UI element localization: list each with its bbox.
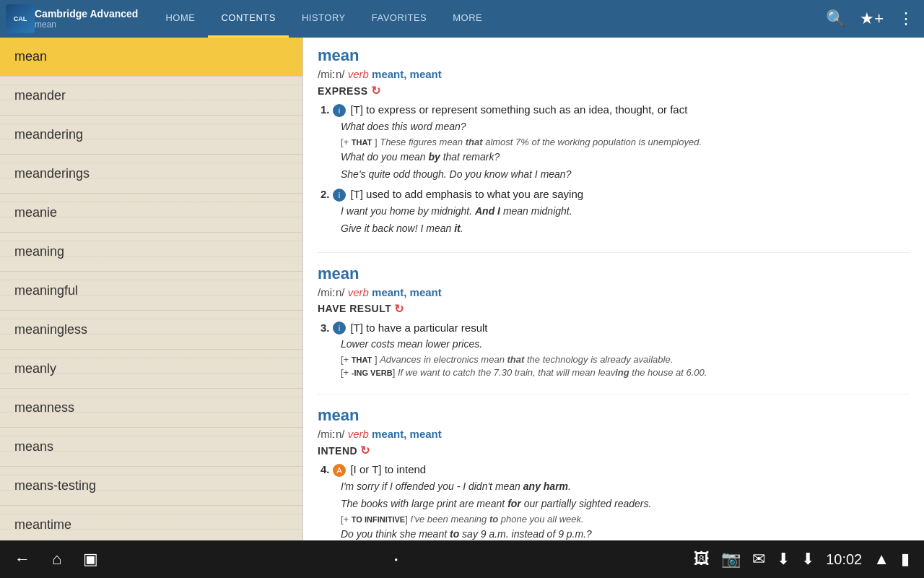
sidebar-item-mean[interactable]: mean	[0, 38, 302, 77]
headword-3: mean	[318, 406, 910, 425]
bottom-nav-left: ← ⌂ ▣	[14, 550, 98, 569]
sidebar-item-meaningful[interactable]: meaningful	[0, 272, 302, 311]
tab-home[interactable]: HOME	[152, 0, 208, 38]
example: I want you home by midnight. And I mean …	[341, 204, 910, 219]
tab-more[interactable]: MORE	[440, 0, 495, 38]
gallery-icon[interactable]: 🖼	[694, 550, 710, 569]
app-subtitle: mean	[35, 20, 138, 30]
definition-1-1: 1. i [T] to express or represent somethi…	[318, 103, 910, 182]
headword-2: mean	[318, 264, 910, 283]
photos-icon[interactable]: 📷	[721, 550, 741, 569]
tab-contents[interactable]: CONTENTS	[208, 0, 289, 38]
def-icon-4: A	[333, 464, 346, 477]
tab-history[interactable]: HISTORY	[289, 0, 359, 38]
entry-intend: mean /miːn/ verb meant, meant INTEND ↻ 4…	[318, 406, 910, 540]
dictionary-content: mean /miːn/ verb meant, meant EXPRESS ↻ …	[303, 38, 924, 540]
app-bar-actions: 🔍 ★+ ⋮	[821, 5, 918, 33]
sidebar-item-means-testing[interactable]: means-testing	[0, 467, 302, 506]
sidebar-item-means[interactable]: means	[0, 428, 302, 467]
sidebar-item-meaningless[interactable]: meaningless	[0, 311, 302, 350]
grammar-note-2: [+ THAT ] Advances in electronics mean t…	[341, 354, 910, 365]
sidebar-item-meanness[interactable]: meanness	[0, 389, 302, 428]
app-bar: CAL Cambridge Advanced mean HOME CONTENT…	[0, 0, 924, 38]
sidebar-item-meanly[interactable]: meanly	[0, 350, 302, 389]
back-button[interactable]: ←	[14, 550, 30, 569]
sidebar-item-meaning[interactable]: meaning	[0, 233, 302, 272]
nav-tabs: HOME CONTENTS HISTORY FAVORITES MORE	[152, 0, 821, 38]
bottom-status-right: 🖼 📷 ✉ ⬇ ⬇ 10:02 ▲ ▮	[694, 550, 910, 569]
def-icon-2: i	[333, 189, 346, 202]
wifi-icon: ▲	[873, 550, 889, 569]
bottom-center-dot: ●	[394, 556, 398, 563]
category-arrow-2: ↻	[394, 302, 404, 316]
category-arrow-3: ↻	[360, 444, 370, 457]
sidebar-item-meander[interactable]: meander	[0, 77, 302, 116]
download-icon[interactable]: ⬇	[777, 550, 790, 569]
recents-button[interactable]: ▣	[83, 550, 98, 569]
sidebar: mean meander meandering meanderings mean…	[0, 38, 303, 540]
pronunciation-2: /miːn/ verb meant, meant	[318, 286, 910, 299]
status-time: 10:02	[826, 551, 862, 568]
home-button[interactable]: ⌂	[52, 550, 61, 569]
sidebar-item-meantime[interactable]: meantime	[0, 506, 302, 540]
sidebar-item-meanie[interactable]: meanie	[0, 194, 302, 233]
pronunciation-3: /miːn/ verb meant, meant	[318, 428, 910, 441]
grammar-note: [+ THAT ] These figures mean that almost…	[341, 137, 910, 147]
pronunciation-1: /miːn/ verb meant, meant	[318, 68, 910, 81]
grammar-note-4: [+ TO INFINITIVE] I've been meaning to p…	[341, 514, 910, 525]
more-options-icon[interactable]: ⋮	[894, 5, 918, 33]
example: Give it back now! I mean it.	[341, 221, 910, 236]
definition-2-1: 3. i [T] to have a particular result Low…	[318, 322, 910, 379]
example: I'm sorry if I offended you - I didn't m…	[341, 479, 910, 494]
category-arrow: ↻	[371, 84, 381, 98]
example: What do you mean by that remark?	[341, 150, 910, 165]
app-title: Cambridge Advanced	[35, 8, 138, 20]
example: What does this word mean?	[341, 119, 910, 134]
tab-favorites[interactable]: FAVORITES	[359, 0, 440, 38]
entry-express: mean /miːn/ verb meant, meant EXPRESS ↻ …	[318, 46, 910, 253]
definition-3-1: 4. A [I or T] to intend I'm sorry if I o…	[318, 463, 910, 540]
category-express: EXPRESS ↻	[318, 84, 910, 98]
battery-icon: ▮	[901, 550, 910, 569]
def-icon-3: i	[333, 322, 346, 335]
storage-icon[interactable]: ⬇	[801, 550, 814, 569]
add-favorite-icon[interactable]: ★+	[855, 5, 888, 33]
sidebar-item-meandering[interactable]: meandering	[0, 116, 302, 155]
app-logo: CAL	[6, 4, 35, 33]
app-title-block: Cambridge Advanced mean	[35, 8, 138, 30]
entry-have-result: mean /miːn/ verb meant, meant HAVE RESUL…	[318, 264, 910, 395]
headword-1: mean	[318, 46, 910, 65]
def-icon-1: i	[333, 104, 346, 117]
grammar-note-3: [+ -ING VERB] If we want to catch the 7.…	[341, 367, 910, 378]
bottom-bar: ← ⌂ ▣ ● 🖼 📷 ✉ ⬇ ⬇ 10:02 ▲ ▮	[0, 540, 924, 578]
definition-1-2: 2. i [T] used to add emphasis to what yo…	[318, 188, 910, 236]
search-icon[interactable]: 🔍	[821, 5, 850, 33]
example: She's quite odd though. Do you know what…	[341, 167, 910, 182]
example: Do you think she meant to say 9 a.m. ins…	[341, 527, 910, 540]
email-icon[interactable]: ✉	[752, 550, 765, 569]
example: The books with large print are meant for…	[341, 496, 910, 512]
category-intend: INTEND ↻	[318, 444, 910, 457]
category-have-result: HAVE RESULT ↻	[318, 302, 910, 316]
sidebar-item-meanderings[interactable]: meanderings	[0, 155, 302, 194]
example: Lower costs mean lower prices.	[341, 337, 910, 352]
main-content: mean meander meandering meanderings mean…	[0, 38, 924, 540]
